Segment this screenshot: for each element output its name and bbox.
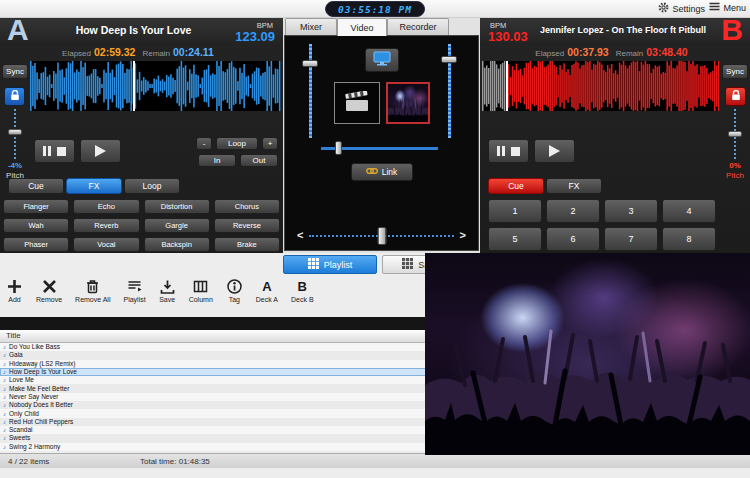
column-button[interactable]: Column bbox=[189, 277, 213, 315]
deck-b-keylock-button[interactable] bbox=[725, 87, 746, 106]
loop-plus-button[interactable]: + bbox=[262, 137, 278, 150]
menu-button[interactable]: Menu bbox=[709, 2, 746, 13]
deck-a-elapsed-value: 02:59.32 bbox=[94, 46, 135, 58]
list-icon bbox=[126, 277, 143, 295]
fx-button-chorus[interactable]: Chorus bbox=[214, 199, 280, 214]
clapperboard-icon bbox=[344, 91, 370, 115]
note-icon: ♪ bbox=[3, 443, 6, 451]
remove-all-button[interactable]: Remove All bbox=[75, 277, 110, 315]
note-icon: ♪ bbox=[3, 368, 6, 376]
fx-button-backspin[interactable]: Backspin bbox=[144, 237, 210, 252]
cue-pad-7[interactable]: 7 bbox=[604, 227, 658, 251]
deck-a-pitch-value: -4% bbox=[0, 161, 30, 170]
note-icon: ♪ bbox=[3, 360, 6, 368]
concert-mini-frame bbox=[388, 84, 428, 122]
track-title: Hideaway (LS2 Remix) bbox=[9, 360, 75, 368]
deck-b-sync-button[interactable]: Sync bbox=[722, 64, 748, 79]
video-b-thumbnail[interactable] bbox=[386, 82, 430, 124]
crossfader[interactable]: < > bbox=[297, 227, 466, 245]
note-icon: ♪ bbox=[3, 376, 6, 384]
deck-b-tab-cue[interactable]: Cue bbox=[488, 178, 544, 194]
deck-b-transport bbox=[488, 139, 575, 163]
fx-button-wah[interactable]: Wah bbox=[3, 218, 69, 233]
deck-a-pitch-handle[interactable] bbox=[8, 129, 22, 135]
fx-button-brake[interactable]: Brake bbox=[214, 237, 280, 252]
tab-video[interactable]: Video bbox=[337, 18, 387, 36]
video-crossfade-handle[interactable] bbox=[335, 141, 342, 155]
track-title: Red Hot Chili Peppers bbox=[9, 418, 73, 426]
deck-b-elapsed-value: 00:37.93 bbox=[567, 46, 608, 58]
fx-button-distortion[interactable]: Distortion bbox=[144, 199, 210, 214]
fx-button-echo[interactable]: Echo bbox=[73, 199, 139, 214]
track-title: Love Me bbox=[9, 376, 34, 384]
hamburger-icon bbox=[709, 2, 720, 13]
deck-a-pause-stop-button[interactable] bbox=[34, 139, 75, 163]
deck-a-keylock-button[interactable] bbox=[4, 87, 25, 106]
video-level-slider-b[interactable] bbox=[441, 44, 457, 138]
fx-button-reverse[interactable]: Reverse bbox=[214, 218, 280, 233]
cue-pad-5[interactable]: 5 bbox=[488, 227, 542, 251]
tag-button[interactable]: Tag bbox=[226, 277, 243, 315]
gear-icon bbox=[658, 2, 669, 15]
crossfader-handle[interactable] bbox=[377, 227, 386, 245]
deck-a-play-button[interactable] bbox=[80, 139, 121, 163]
video-level-handle-a[interactable] bbox=[302, 60, 318, 67]
video-output-window[interactable] bbox=[425, 253, 750, 455]
link-button[interactable]: Link bbox=[351, 163, 413, 181]
deck-b-play-button[interactable] bbox=[534, 139, 575, 163]
grid-icon bbox=[402, 258, 413, 271]
deck-a-tabs: Cue FX Loop bbox=[8, 178, 180, 194]
track-title: Scandal bbox=[9, 426, 33, 434]
fx-button-reverb[interactable]: Reverb bbox=[73, 218, 139, 233]
cue-pad-8[interactable]: 8 bbox=[662, 227, 716, 251]
concert-video-frame bbox=[388, 84, 428, 122]
tab-mixer[interactable]: Mixer bbox=[285, 18, 337, 35]
deck-a-tab-fx[interactable]: FX bbox=[66, 178, 122, 194]
video-crossfade-slider[interactable] bbox=[321, 140, 438, 156]
cue-pad-4[interactable]: 4 bbox=[662, 199, 716, 223]
cue-pad-1[interactable]: 1 bbox=[488, 199, 542, 223]
save-button[interactable]: Save bbox=[159, 277, 176, 315]
crossfader-right-arrow: > bbox=[460, 229, 466, 241]
deck-b-pause-stop-button[interactable] bbox=[488, 139, 529, 163]
deck-b-pitch-slider[interactable] bbox=[728, 109, 742, 159]
fx-button-gargle[interactable]: Gargle bbox=[144, 218, 210, 233]
center-panel: Mixer Video Recorder bbox=[283, 18, 480, 253]
cue-pad-2[interactable]: 2 bbox=[546, 199, 600, 223]
video-level-handle-b[interactable] bbox=[441, 56, 457, 63]
remove-button[interactable]: Remove bbox=[36, 277, 62, 315]
fx-button-phaser[interactable]: Phaser bbox=[3, 237, 69, 252]
loop-button[interactable]: Loop bbox=[216, 137, 258, 150]
deck-b-waveform[interactable] bbox=[482, 61, 720, 111]
deck-a-tab-cue[interactable]: Cue bbox=[8, 178, 64, 194]
deck-a-pitch-slider[interactable] bbox=[8, 109, 22, 159]
video-fullscreen-button[interactable] bbox=[365, 48, 399, 72]
playlist-button[interactable]: Playlist bbox=[123, 277, 145, 315]
deck-b-load-button[interactable]: B Deck B bbox=[291, 277, 314, 315]
settings-button[interactable]: Settings bbox=[658, 2, 705, 15]
loop-out-button[interactable]: Out bbox=[240, 154, 278, 167]
loop-in-button[interactable]: In bbox=[198, 154, 236, 167]
deck-a-sync-button[interactable]: Sync bbox=[2, 64, 28, 79]
stop-icon bbox=[511, 147, 520, 156]
tab-recorder[interactable]: Recorder bbox=[387, 18, 449, 35]
deck-a-load-button[interactable]: A Deck A bbox=[256, 277, 278, 315]
video-a-thumbnail[interactable] bbox=[334, 82, 380, 124]
loop-minus-button[interactable]: - bbox=[196, 137, 212, 150]
cue-pad-3[interactable]: 3 bbox=[604, 199, 658, 223]
track-title: How Deep Is Your Love bbox=[9, 368, 77, 376]
deck-a-tab-loop[interactable]: Loop bbox=[124, 178, 180, 194]
add-button[interactable]: Add bbox=[6, 277, 23, 315]
plus-icon bbox=[6, 277, 23, 295]
tab-playlist[interactable]: Playlist bbox=[283, 255, 377, 274]
download-icon bbox=[159, 277, 176, 295]
video-level-slider-a[interactable] bbox=[302, 44, 318, 138]
info-icon bbox=[226, 277, 243, 295]
pause-icon bbox=[43, 146, 46, 156]
deck-b-pitch-handle[interactable] bbox=[728, 131, 742, 137]
deck-a-waveform[interactable] bbox=[30, 61, 281, 111]
fx-button-flanger[interactable]: Flanger bbox=[3, 199, 69, 214]
fx-button-vocal[interactable]: Vocal bbox=[73, 237, 139, 252]
deck-b-tab-fx[interactable]: FX bbox=[546, 178, 602, 194]
cue-pad-6[interactable]: 6 bbox=[546, 227, 600, 251]
